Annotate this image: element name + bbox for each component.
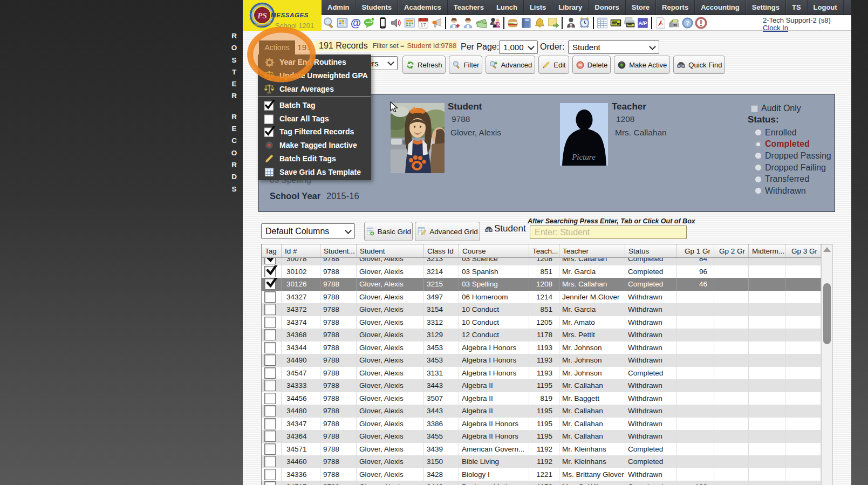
search-icon[interactable] — [322, 16, 336, 30]
tag-cell[interactable] — [262, 278, 282, 291]
tag-cell[interactable] — [262, 354, 282, 367]
register-icon[interactable] — [667, 16, 681, 30]
megaphone-icon[interactable] — [430, 16, 443, 30]
menu-item-update-unweighted-gpa[interactable]: Update Unweighted GPA — [258, 69, 371, 83]
row-checkbox[interactable] — [264, 418, 276, 429]
at-icon[interactable] — [349, 16, 363, 30]
table-row[interactable]: 30126 9788 Glover, Alexis 3215 03 Spelli… — [262, 278, 821, 291]
advanced-grid-button[interactable]: Advanced Grid — [415, 222, 480, 241]
scrollbar-thumb[interactable] — [823, 283, 831, 344]
teacher-photo-placeholder[interactable]: Picture — [560, 103, 608, 166]
tag-cell[interactable] — [262, 468, 282, 481]
col-header-midterm[interactable]: Midterm... — [749, 244, 785, 257]
pdf-icon[interactable] — [654, 16, 667, 30]
nav-item-ts[interactable]: TS — [786, 0, 808, 15]
col-header-teacher[interactable]: Teacher — [559, 244, 625, 257]
tag-cell[interactable] — [262, 316, 282, 329]
nav-item-donors[interactable]: Donors — [589, 0, 626, 15]
menu-item-year-end-routines[interactable]: Year End Routines — [258, 56, 371, 69]
menu-item-make-tagged-inactive[interactable]: Make Tagged Inactive — [258, 139, 371, 152]
nav-item-store[interactable]: Store — [626, 0, 656, 15]
table-row[interactable]: 34368 9788 Glover, Alexis 3129 12 Conduc… — [262, 329, 821, 341]
dashboard-icon[interactable] — [336, 16, 349, 30]
status-radio-enrolled[interactable]: Enrolled — [755, 127, 831, 139]
nav-item-accounting[interactable]: Accounting — [695, 0, 746, 15]
make-active-button[interactable]: Make Active — [614, 56, 670, 74]
row-checkbox[interactable] — [264, 380, 276, 391]
table-row[interactable]: 34333 9788 Glover, Alexis 3443 Algebra I… — [262, 379, 821, 392]
table-row[interactable]: 34571 9788 Glover, Alexis 3439 American … — [262, 443, 821, 456]
row-checkbox-checked[interactable] — [264, 278, 276, 290]
nav-item-settings[interactable]: Settings — [746, 0, 786, 15]
table-row[interactable]: 34480 9788 Glover, Alexis 3443 Algebra I… — [262, 405, 821, 418]
tag-cell[interactable] — [262, 265, 282, 278]
filter-button[interactable]: Filter — [449, 56, 483, 74]
table-row[interactable]: 34515 9788 Glover, Alexis 3442 Business … — [262, 481, 821, 485]
order-select[interactable]: Student — [568, 40, 659, 54]
student-photo[interactable] — [391, 103, 445, 173]
nav-item-admin[interactable]: Admin — [322, 0, 356, 15]
audit-only-checkbox[interactable] — [751, 105, 758, 112]
per-page-select[interactable]: 1,000 — [499, 40, 538, 54]
search-input[interactable]: Enter: Student — [530, 226, 687, 239]
col-header-gp3[interactable]: Gp 3 Gr — [785, 244, 821, 257]
ap-icon[interactable] — [636, 16, 650, 30]
menu-item-batch-edit-tags[interactable]: Batch Edit Tags — [258, 152, 371, 166]
nav-item-reports[interactable]: Reports — [656, 0, 695, 15]
menu-item-clear-averages[interactable]: Clear Averages — [258, 83, 371, 96]
basic-grid-button[interactable]: Basic Grid — [364, 222, 413, 241]
status-radio-completed[interactable]: Completed — [755, 139, 831, 151]
tag-cell[interactable] — [262, 367, 282, 380]
nav-item-logout[interactable]: Logout — [808, 0, 844, 15]
col-header-class_id[interactable]: Class Id — [424, 244, 459, 257]
scroll-up-arrow-icon[interactable] — [823, 247, 831, 252]
table-row[interactable]: 34336 9788 Glover, Alexis 3428 Biology I… — [262, 468, 821, 481]
family-icon[interactable] — [488, 16, 502, 30]
tag-cell[interactable] — [262, 443, 282, 456]
col-header-status[interactable]: Status — [625, 244, 677, 257]
book-icon[interactable] — [520, 16, 533, 30]
col-header-course[interactable]: Course — [459, 244, 529, 257]
tag-cell[interactable] — [262, 430, 282, 443]
row-checkbox-checked[interactable] — [264, 258, 276, 264]
row-checkbox[interactable] — [264, 329, 276, 340]
col-header-gp1[interactable]: Gp 1 Gr — [677, 244, 714, 257]
nav-item-library[interactable]: Library — [552, 0, 589, 15]
tag-cell[interactable] — [262, 291, 282, 304]
grid-scrollbar[interactable] — [821, 244, 832, 485]
logo[interactable]: PS MESSAGES School 1201 — [243, 0, 322, 31]
row-checkbox[interactable] — [264, 469, 276, 480]
tag-cell[interactable] — [262, 418, 282, 431]
sandwich-icon[interactable] — [506, 16, 520, 30]
alert-icon[interactable] — [694, 16, 708, 30]
col-header-student_id[interactable]: Student... — [320, 244, 357, 257]
menu-item-tag-filtered-records[interactable]: Tag Filtered Records — [258, 125, 371, 139]
table-row[interactable]: 34490 9788 Glover, Alexis 3453 Algebra I… — [262, 354, 821, 367]
money-icon[interactable] — [475, 16, 488, 30]
col-header-tag[interactable]: Tag — [262, 244, 282, 257]
nav-item-students[interactable]: Students — [356, 0, 398, 15]
printer-card-icon[interactable] — [623, 16, 636, 30]
nav-item-lunch[interactable]: Lunch — [490, 0, 524, 15]
row-checkbox[interactable] — [264, 317, 276, 328]
status-radio-dropped-failing[interactable]: Dropped Failing — [755, 162, 831, 174]
status-radio-dropped-passing[interactable]: Dropped Passing — [755, 150, 831, 162]
phone-icon[interactable] — [376, 16, 389, 30]
table-row[interactable]: 34327 9788 Glover, Alexis 3497 06 Homero… — [262, 291, 821, 304]
status-radio-withdrawn[interactable]: Withdrawn — [755, 185, 831, 197]
row-checkbox[interactable] — [264, 291, 276, 303]
col-header-student[interactable]: Student — [357, 244, 424, 257]
table-row[interactable]: 34364 9788 Glover, Alexis 3455 Algebra I… — [262, 430, 821, 443]
row-checkbox[interactable] — [264, 304, 276, 315]
row-checkbox[interactable] — [264, 342, 276, 353]
spreadsheet-icon[interactable] — [596, 16, 609, 30]
table-row[interactable]: 34547 9788 Glover, Alexis 3131 Algebra I… — [262, 367, 821, 380]
table-row[interactable]: 34347 9788 Glover, Alexis 3386 Algebra I… — [262, 418, 821, 431]
row-checkbox[interactable] — [264, 481, 276, 485]
table-row[interactable]: 34460 9788 Glover, Alexis 3150 Bible Liv… — [262, 455, 821, 468]
quick-find-button[interactable]: Quick Find — [673, 56, 725, 74]
menu-item-clear-all-tags[interactable]: Clear All Tags — [258, 112, 371, 125]
refresh-button[interactable]: Refresh — [402, 56, 446, 74]
table-row[interactable]: 30102 9788 Glover, Alexis 3214 03 Spanis… — [262, 265, 821, 278]
row-checkbox[interactable] — [264, 456, 276, 467]
